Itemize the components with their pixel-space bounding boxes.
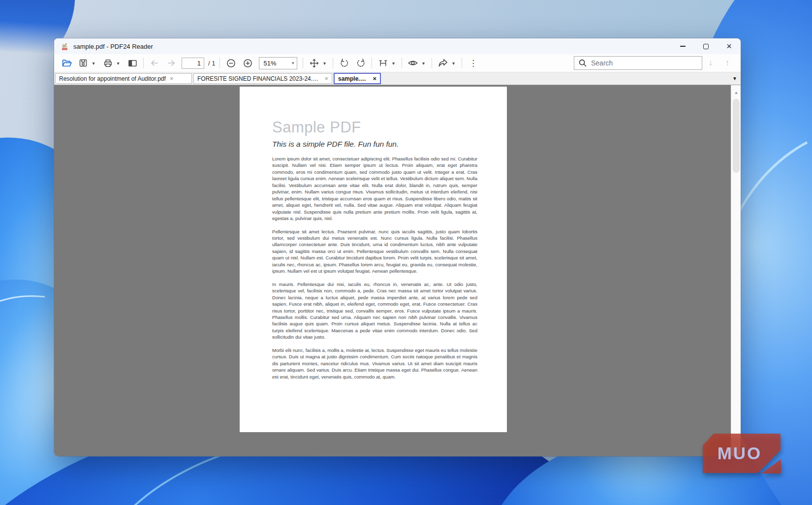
rotate-left-icon xyxy=(339,58,349,68)
print-button[interactable] xyxy=(101,56,114,70)
tab-label: FORESITE SIGNED FINANCIALS 2023-24.p... xyxy=(197,75,320,82)
print-icon xyxy=(103,58,113,68)
back-arrow-icon xyxy=(150,58,159,68)
zoom-in-icon xyxy=(243,58,253,68)
pdf-document-title: Sample PDF xyxy=(272,119,477,136)
tab-bar: Resolution for appointment of Auditor.pd… xyxy=(54,72,741,85)
arrow-down-icon: ↓ xyxy=(709,58,713,67)
save-icon xyxy=(78,58,88,68)
desktop: PDF24 sample.pdf - PDF24 Reader × xyxy=(0,0,812,505)
pdf-document-subtitle: This is a simple PDF file. Fun fun fun. xyxy=(272,139,477,149)
zoom-out-button[interactable] xyxy=(224,56,237,70)
tab-label: sample.pdf xyxy=(338,75,369,82)
toolbar-separator xyxy=(372,58,372,68)
view-mode-button[interactable] xyxy=(406,56,419,70)
search-input[interactable] xyxy=(591,59,698,67)
document-area: Sample PDF This is a simple PDF file. Fu… xyxy=(54,85,741,456)
tab-close-icon[interactable]: × xyxy=(373,75,376,82)
more-options-button[interactable]: ⋮ xyxy=(467,56,479,70)
toolbar-separator xyxy=(143,58,144,68)
share-caret[interactable]: ▾ xyxy=(449,61,457,66)
pdf-body-text: Lorem ipsum dolor sit amet, consectetuer… xyxy=(272,156,477,380)
tab-overflow-icon[interactable]: ▼ xyxy=(732,76,737,81)
muo-logo-text: MUO xyxy=(703,443,777,463)
header-footer-tool-button[interactable] xyxy=(376,56,389,70)
rotate-right-icon xyxy=(356,58,366,68)
page-number-input[interactable] xyxy=(182,58,204,69)
eye-icon xyxy=(407,58,418,68)
toggle-sidebar-button[interactable] xyxy=(126,56,139,70)
pdf-paragraph: Pellentesque sit amet lectus. Praesent p… xyxy=(272,228,477,275)
toolbar-separator xyxy=(462,58,462,68)
titlebar: PDF24 sample.pdf - PDF24 Reader × xyxy=(54,38,741,54)
window-title: sample.pdf - PDF24 Reader xyxy=(73,43,153,50)
search-icon xyxy=(578,59,587,67)
toolbar-separator xyxy=(333,58,333,68)
save-button[interactable] xyxy=(77,56,90,70)
open-folder-icon xyxy=(62,58,72,68)
svg-text:PDF24: PDF24 xyxy=(62,48,67,50)
pdf-paragraph: Lorem ipsum dolor sit amet, consectetuer… xyxy=(272,156,477,222)
pan-tool-caret[interactable]: ▾ xyxy=(320,61,328,66)
search-previous-button[interactable]: ↑ xyxy=(719,58,736,68)
pan-tool-button[interactable] xyxy=(308,56,320,70)
pdf24-reader-window: PDF24 sample.pdf - PDF24 Reader × xyxy=(54,38,741,456)
page-count-label: / 1 xyxy=(208,60,215,67)
zoom-level-select[interactable]: 51% ▾ xyxy=(259,57,297,69)
close-icon: × xyxy=(726,42,732,51)
forward-arrow-icon xyxy=(166,58,176,68)
tab-close-icon[interactable]: × xyxy=(170,75,174,82)
move-pan-icon xyxy=(309,58,319,68)
tab-resolution-for-appointment[interactable]: Resolution for appointment of Auditor.pd… xyxy=(55,73,192,84)
tab-foresite-financials[interactable]: FORESITE SIGNED FINANCIALS 2023-24.p... … xyxy=(193,73,332,84)
toolbar-separator xyxy=(432,58,432,68)
h-spacing-icon xyxy=(378,58,388,68)
kebab-menu-icon: ⋮ xyxy=(469,58,477,68)
zoom-select-chevron-icon: ▾ xyxy=(292,61,294,65)
save-options-caret[interactable]: ▾ xyxy=(90,61,97,66)
forward-button[interactable] xyxy=(165,56,178,70)
minimize-button[interactable] xyxy=(671,38,694,54)
zoom-out-icon xyxy=(226,58,236,68)
share-arrow-icon xyxy=(437,58,448,68)
toolbar-separator xyxy=(303,58,303,68)
minimize-icon xyxy=(680,46,686,46)
zoom-in-button[interactable] xyxy=(241,56,254,70)
tab-sample-pdf[interactable]: sample.pdf × xyxy=(334,73,381,84)
header-footer-caret[interactable]: ▾ xyxy=(389,61,397,66)
sidebar-panel-icon xyxy=(127,58,138,68)
share-button[interactable] xyxy=(437,56,449,70)
tab-label: Resolution for appointment of Auditor.pd… xyxy=(59,75,166,82)
rotate-left-button[interactable] xyxy=(338,56,350,70)
arrow-up-icon: ↑ xyxy=(725,58,730,67)
rotate-right-button[interactable] xyxy=(354,56,367,70)
print-options-caret[interactable]: ▾ xyxy=(114,61,122,66)
toolbar: ▾ ▾ xyxy=(54,54,741,72)
muo-watermark: MUO xyxy=(703,434,781,474)
toolbar-separator xyxy=(402,58,402,68)
back-button[interactable] xyxy=(148,56,161,70)
pdf-paragraph: Morbi elit nunc, facilisis a, mollis a, … xyxy=(272,347,477,380)
tab-close-icon[interactable]: × xyxy=(324,75,328,82)
scroll-up-icon[interactable]: ▲ xyxy=(731,90,741,95)
search-next-button[interactable]: ↓ xyxy=(702,58,719,68)
maximize-button[interactable] xyxy=(694,38,718,54)
maximize-icon xyxy=(703,44,709,49)
search-box[interactable] xyxy=(574,56,702,70)
toolbar-separator xyxy=(219,58,220,68)
pdf24-app-icon: PDF24 xyxy=(61,42,69,51)
search-area: ↓ ↑ xyxy=(574,56,736,70)
scrollbar-thumb[interactable] xyxy=(733,99,740,173)
open-file-button[interactable] xyxy=(60,56,73,70)
window-controls: × xyxy=(671,38,741,54)
zoom-level-value: 51% xyxy=(263,60,276,67)
close-button[interactable]: × xyxy=(718,38,741,54)
pdf-paragraph: In mauris. Pellentesque dui nisi, iaculi… xyxy=(272,281,477,341)
vertical-scrollbar[interactable]: ▲ xyxy=(731,85,741,456)
pdf-page: Sample PDF This is a simple PDF file. Fu… xyxy=(240,87,507,432)
view-mode-caret[interactable]: ▾ xyxy=(419,61,427,66)
